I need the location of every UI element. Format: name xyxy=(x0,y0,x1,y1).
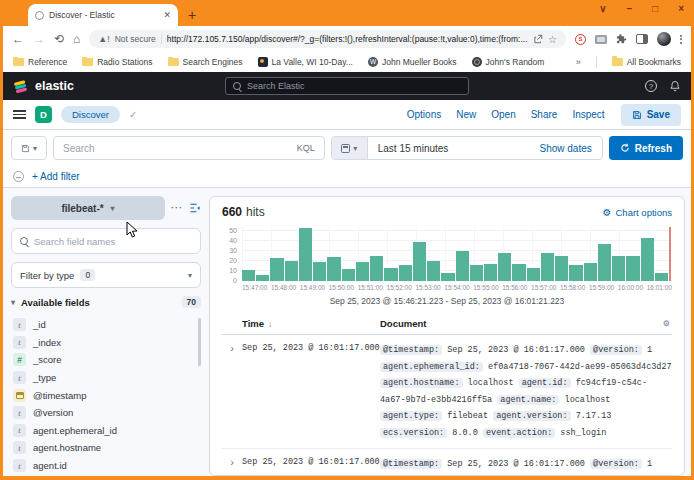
refresh-button[interactable]: Refresh xyxy=(609,136,683,160)
index-pattern-options-icon[interactable]: ··· xyxy=(171,203,183,213)
alerts-bell-icon[interactable] xyxy=(669,80,681,92)
field-item[interactable]: tagent.name xyxy=(11,474,201,476)
chart-options-button[interactable]: ⚙ Chart options xyxy=(603,207,672,218)
time-range-value[interactable]: Last 15 minutes xyxy=(368,143,464,154)
histogram-bar[interactable] xyxy=(612,256,625,281)
browser-menu-icon[interactable] xyxy=(680,35,682,44)
browser-tab[interactable]: Discover - Elastic ✕ xyxy=(28,4,178,26)
histogram-bar[interactable] xyxy=(541,253,554,281)
bookmark-item[interactable]: Reference xyxy=(13,57,67,67)
histogram-bar[interactable] xyxy=(327,257,340,281)
histogram-bar[interactable] xyxy=(413,242,426,281)
time-column-header[interactable]: Time xyxy=(242,318,264,329)
adblock-extension-icon[interactable]: S xyxy=(575,34,586,45)
histogram-bar[interactable] xyxy=(626,256,639,281)
field-item[interactable]: @timestamp xyxy=(11,386,201,404)
field-search-box[interactable] xyxy=(11,228,201,254)
histogram-bar[interactable] xyxy=(399,265,412,281)
bookmark-item[interactable]: Search Engines xyxy=(168,57,243,67)
filter-by-type-select[interactable]: Filter by type 0 ▾ xyxy=(11,262,201,288)
table-row[interactable]: ›Sep 25, 2023 @ 16:01:17.000@timestamp: … xyxy=(222,449,672,475)
back-button[interactable]: ← xyxy=(12,32,24,46)
histogram-bar[interactable] xyxy=(242,270,255,281)
histogram-bar[interactable] xyxy=(584,263,597,281)
field-item[interactable]: t_type xyxy=(11,369,201,387)
histogram-bar[interactable] xyxy=(641,238,654,281)
field-item[interactable]: t@version xyxy=(11,404,201,422)
saved-query-menu-button[interactable]: ▾ xyxy=(11,136,47,160)
table-row[interactable]: ›Sep 25, 2023 @ 16:01:17.000@timestamp: … xyxy=(222,335,672,449)
histogram-bar[interactable] xyxy=(299,228,312,281)
histogram-bar[interactable] xyxy=(313,262,326,281)
field-item[interactable]: t_index xyxy=(11,334,201,352)
help-icon[interactable]: ? xyxy=(645,80,657,92)
window-maximize-button[interactable]: □ xyxy=(652,3,658,14)
bookmark-item[interactable]: La Valle, WI 10-Day... xyxy=(258,57,353,67)
address-bar[interactable]: ▲! Not secure http://172.105.7.150/app/d… xyxy=(89,30,566,48)
histogram-bar[interactable] xyxy=(384,268,397,281)
bookmark-item[interactable]: Radio Stations xyxy=(82,57,152,67)
histogram-bar[interactable] xyxy=(270,258,283,281)
topnav-share-link[interactable]: Share xyxy=(531,109,558,120)
topnav-open-link[interactable]: Open xyxy=(491,109,515,120)
histogram-bar[interactable] xyxy=(441,273,454,281)
new-tab-button[interactable]: + xyxy=(188,8,196,22)
histogram-bar[interactable] xyxy=(555,256,568,281)
space-badge[interactable]: D xyxy=(35,106,52,123)
add-filter-link[interactable]: + Add filter xyxy=(32,171,80,182)
expand-row-icon[interactable]: › xyxy=(222,342,242,355)
bookmarks-overflow-icon[interactable]: » xyxy=(576,57,581,67)
profile-avatar[interactable] xyxy=(657,32,671,46)
histogram-bar[interactable] xyxy=(456,251,469,281)
home-button[interactable]: ⌂ xyxy=(73,32,80,46)
show-dates-link[interactable]: Show dates xyxy=(540,143,602,154)
window-chevron-icon[interactable]: ∨ xyxy=(599,3,606,14)
histogram-bar[interactable] xyxy=(484,264,497,281)
document-column-header[interactable]: Document xyxy=(380,318,672,329)
histogram-bar[interactable] xyxy=(370,256,383,281)
tab-close-icon[interactable]: ✕ xyxy=(163,10,171,20)
collapse-sidebar-icon[interactable] xyxy=(189,202,201,214)
index-pattern-selector[interactable]: filebeat-* ▾ xyxy=(11,196,165,220)
bookmark-star-icon[interactable]: ☆ xyxy=(548,34,557,45)
field-search-input[interactable] xyxy=(34,236,192,247)
histogram-bar[interactable] xyxy=(598,244,611,281)
screenshot-extension-icon[interactable] xyxy=(595,35,607,44)
table-settings-icon[interactable]: ⚙ xyxy=(663,319,670,328)
query-search-box[interactable]: KQL xyxy=(53,136,325,160)
side-panel-icon[interactable] xyxy=(636,34,648,44)
field-item[interactable]: tagent.id xyxy=(11,457,201,475)
bookmark-item[interactable]: WJohn Mueller Books xyxy=(368,57,457,67)
window-close-button[interactable]: × xyxy=(678,3,684,14)
reload-button[interactable]: ⟲ xyxy=(54,32,64,46)
histogram-bar[interactable] xyxy=(498,253,511,281)
topnav-options-link[interactable]: Options xyxy=(407,109,441,120)
histogram-bar[interactable] xyxy=(512,264,525,281)
bookmark-item[interactable]: John's Random Tho... xyxy=(472,57,546,67)
window-minimize-button[interactable]: – xyxy=(627,3,633,14)
share-icon[interactable] xyxy=(533,34,543,44)
histogram-bar[interactable] xyxy=(569,265,582,281)
expand-row-icon[interactable]: › xyxy=(222,456,242,469)
query-search-input[interactable] xyxy=(63,143,291,154)
histogram-bar[interactable] xyxy=(527,268,540,281)
all-bookmarks-button[interactable]: All Bookmarks xyxy=(612,57,681,67)
field-item[interactable]: t_id xyxy=(11,316,201,334)
field-item[interactable]: tagent.ephemeral_id xyxy=(11,422,201,440)
field-list-scrollbar[interactable] xyxy=(198,318,201,366)
histogram-bar[interactable] xyxy=(342,269,355,281)
histogram-bar[interactable] xyxy=(256,275,269,281)
available-fields-header[interactable]: ▾ Available fields 70 xyxy=(11,296,201,308)
breadcrumb[interactable]: Discover xyxy=(61,106,120,123)
topnav-new-link[interactable]: New xyxy=(456,109,476,120)
save-button[interactable]: Save xyxy=(621,104,681,126)
field-item[interactable]: tagent.hostname xyxy=(11,439,201,457)
histogram-bar[interactable] xyxy=(356,262,369,281)
nav-menu-icon[interactable] xyxy=(13,110,26,119)
kql-label[interactable]: KQL xyxy=(297,143,315,153)
sort-desc-icon[interactable]: ↓ xyxy=(268,319,272,329)
global-search-input[interactable]: Search Elastic xyxy=(225,77,469,95)
histogram-bar[interactable] xyxy=(470,265,483,281)
histogram-bar[interactable] xyxy=(655,273,668,281)
topnav-inspect-link[interactable]: Inspect xyxy=(572,109,604,120)
